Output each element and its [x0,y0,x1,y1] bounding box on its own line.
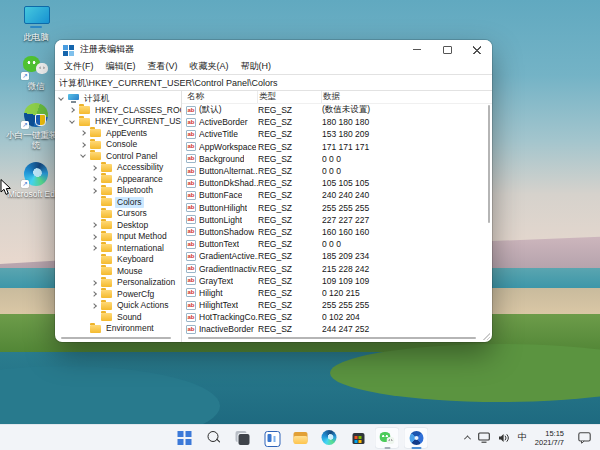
tree-item[interactable]: PowerCfg [55,289,181,301]
tree-item[interactable]: Quick Actions [55,300,181,312]
folder-icon [101,210,112,218]
registry-value-row[interactable]: abButtonAlternat...REG_SZ0 0 0 [182,165,492,177]
chevron-right-icon[interactable] [69,107,75,113]
tray-chevron-up-icon[interactable] [464,435,471,442]
volume-icon[interactable] [498,433,510,443]
tree-item[interactable]: Colors [55,197,181,209]
taskbar-search-button[interactable] [201,427,226,449]
chevron-right-icon[interactable] [91,291,97,297]
title-bar[interactable]: 注册表编辑器 [55,40,492,59]
desktop-icon-label: 此电脑 [23,32,49,42]
notification-center-icon[interactable] [578,432,591,444]
registry-value-row[interactable]: abHilightREG_SZ0 120 215 [182,287,492,299]
registry-value-row[interactable]: abAppWorkspaceREG_SZ171 171 171 [182,141,492,153]
value-data: 0 102 204 [322,312,492,322]
value-name: ButtonHilight [199,203,247,213]
tree-item[interactable]: Sound [55,312,181,324]
list-horizontal-scrollbar[interactable] [188,337,476,339]
registry-value-row[interactable]: abGradientInactiv...REG_SZ215 228 242 [182,262,492,274]
network-icon[interactable] [478,432,490,443]
registry-value-row[interactable]: abButtonDkShad...REG_SZ105 105 105 [182,177,492,189]
tree-horizontal-scrollbar[interactable] [61,337,171,339]
desktop-icon-this-pc[interactable]: 此电脑 [6,4,66,42]
registry-value-row[interactable]: abBackgroundREG_SZ0 0 0 [182,153,492,165]
tree-item[interactable]: Personalization [55,277,181,289]
registry-value-row[interactable]: ab(默认)REG_SZ(数值未设置) [182,104,492,116]
tree-item[interactable]: International [55,243,181,255]
folder-icon [79,106,90,114]
registry-value-row[interactable]: abActiveTitleREG_SZ153 180 209 [182,128,492,140]
registry-value-row[interactable]: abHotTrackingCo...REG_SZ0 102 204 [182,311,492,323]
column-header-name[interactable]: 名称 [186,91,258,103]
chevron-down-icon[interactable] [80,152,86,158]
registry-value-row[interactable]: abButtonShadowREG_SZ160 160 160 [182,226,492,238]
taskbar-file-explorer-button[interactable] [288,427,313,449]
tree-item[interactable]: HKEY_CURRENT_USER [55,116,181,128]
menu-help[interactable]: 帮助(H) [235,60,278,73]
chevron-right-icon[interactable] [91,303,97,309]
registry-value-row[interactable]: abButtonLightREG_SZ227 227 227 [182,214,492,226]
taskbar-store-button[interactable] [346,427,371,449]
menu-view[interactable]: 查看(V) [142,60,184,73]
minimize-button[interactable] [402,40,432,59]
taskbar-xiaobai-button[interactable] [404,427,429,449]
taskbar-wechat-button[interactable] [375,427,400,449]
registry-value-row[interactable]: abButtonTextREG_SZ0 0 0 [182,238,492,250]
maximize-button[interactable] [432,40,462,59]
wechat-dk-icon: ↗ [23,53,49,79]
registry-value-row[interactable]: abHilightTextREG_SZ255 255 255 [182,299,492,311]
chevron-right-icon[interactable] [91,188,97,194]
value-data: 0 120 215 [322,288,492,298]
registry-value-row[interactable]: abGradientActive...REG_SZ185 209 234 [182,250,492,262]
tree-item[interactable]: Console [55,139,181,151]
menu-edit[interactable]: 编辑(E) [100,60,142,73]
chevron-right-icon[interactable] [80,142,86,148]
tree-item[interactable]: Control Panel [55,151,181,163]
menu-file[interactable]: 文件(F) [58,60,100,73]
chevron-down-icon[interactable] [58,95,64,101]
chevron-right-icon[interactable] [91,280,97,286]
registry-value-row[interactable]: abGrayTextREG_SZ109 109 109 [182,275,492,287]
tree-item[interactable]: Accessibility [55,162,181,174]
taskbar-edge-button[interactable] [317,427,342,449]
clock[interactable]: 15:15 2021/7/7 [535,429,564,447]
registry-value-row[interactable]: abButtonFaceREG_SZ240 240 240 [182,189,492,201]
column-header-type[interactable]: 类型 [258,91,322,103]
chevron-right-icon[interactable] [91,165,97,171]
chevron-right-icon[interactable] [91,245,97,251]
menu-favorites[interactable]: 收藏夹(A) [184,60,235,73]
registry-value-row[interactable]: abInactiveBorderREG_SZ244 247 252 [182,323,492,335]
registry-value-row[interactable]: abActiveBorderREG_SZ180 180 180 [182,116,492,128]
value-data: 185 209 234 [322,251,492,261]
tree-item[interactable]: Appearance [55,174,181,186]
tree-item[interactable]: HKEY_CLASSES_ROOT [55,105,181,117]
column-header-data[interactable]: 数据 [322,91,492,103]
tree-item[interactable]: Keyboard [55,254,181,266]
chevron-right-icon[interactable] [91,222,97,228]
tree-item[interactable]: Cursors [55,208,181,220]
taskbar-task-view-button[interactable] [230,427,255,449]
chevron-right-icon[interactable] [91,176,97,182]
tree-item[interactable]: 计算机 [55,93,181,105]
tree-item[interactable]: Input Method [55,231,181,243]
close-button[interactable] [462,40,492,59]
list-vertical-scrollbar[interactable] [488,105,490,223]
desktop[interactable]: 此电脑↗微信↗小白一键重装系统↗Microsoft Edge 注册表编辑器 文件… [0,0,600,450]
resize-grip-icon[interactable] [483,333,490,340]
tree-item[interactable]: AppEvents [55,128,181,140]
tree-item[interactable]: Mouse [55,266,181,278]
ime-indicator[interactable]: 中 [518,431,527,444]
chevron-right-icon[interactable] [80,130,86,136]
address-bar[interactable]: 计算机\HKEY_CURRENT_USER\Control Panel\Colo… [55,74,492,91]
tree-item[interactable]: Bluetooth [55,185,181,197]
chevron-down-icon[interactable] [69,118,75,124]
registry-editor-window: 注册表编辑器 文件(F)编辑(E)查看(V)收藏夹(A)帮助(H) 计算机\HK… [55,40,492,342]
tree-item[interactable]: Desktop [55,220,181,232]
value-type: REG_SZ [258,312,322,322]
tree-item[interactable]: Environment [55,323,181,335]
value-name-cell: abButtonAlternat... [186,166,258,176]
taskbar-widgets-button[interactable] [259,427,284,449]
taskbar-start-button[interactable] [172,427,197,449]
registry-value-row[interactable]: abButtonHilightREG_SZ255 255 255 [182,202,492,214]
chevron-right-icon[interactable] [91,234,97,240]
